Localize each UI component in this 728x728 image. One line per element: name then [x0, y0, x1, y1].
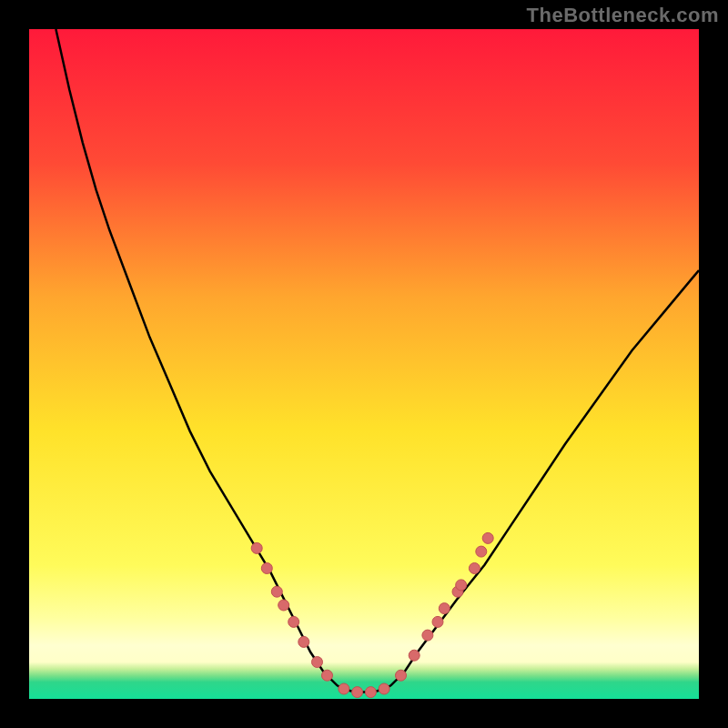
- marker-dot: [476, 546, 487, 557]
- marker-dot: [456, 580, 467, 591]
- marker-dot: [396, 670, 407, 681]
- marker-dot: [432, 616, 443, 627]
- curve-layer: [29, 29, 699, 699]
- marker-dot: [339, 683, 349, 694]
- marker-dot: [298, 636, 309, 647]
- marker-dot: [278, 600, 289, 611]
- chart-frame: TheBottleneck.com: [0, 0, 728, 728]
- marker-dot: [312, 657, 323, 668]
- marker-dot: [379, 683, 389, 694]
- marker-dot: [261, 563, 272, 574]
- marker-dot: [422, 630, 433, 641]
- marker-dot: [322, 670, 333, 681]
- marker-dot: [409, 650, 420, 661]
- watermark-text: TheBottleneck.com: [527, 4, 719, 27]
- plot-area: [29, 29, 699, 699]
- marker-group: [251, 532, 493, 697]
- marker-dot: [251, 542, 262, 553]
- marker-dot: [271, 586, 282, 597]
- marker-dot: [352, 687, 363, 698]
- marker-dot: [469, 563, 480, 574]
- marker-dot: [365, 687, 376, 698]
- v-curve: [56, 29, 699, 693]
- marker-dot: [288, 616, 299, 627]
- marker-dot: [482, 532, 493, 543]
- marker-dot: [439, 603, 450, 614]
